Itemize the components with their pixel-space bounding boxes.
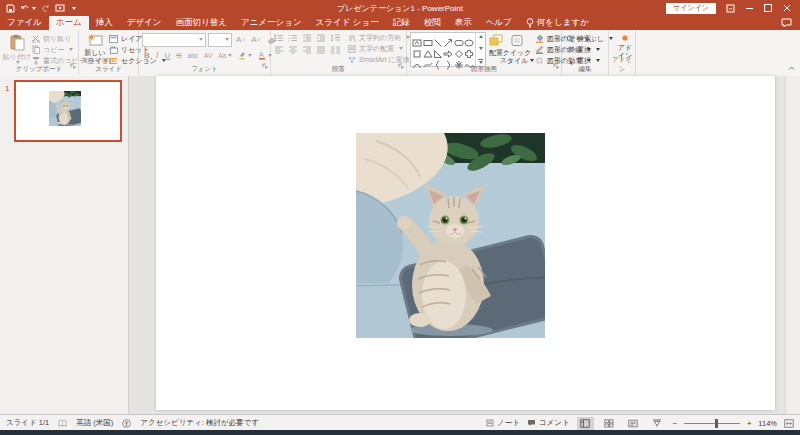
- paste-button[interactable]: 貼り付け: [3, 32, 31, 64]
- arrange-button[interactable]: 配置: [489, 32, 503, 57]
- zoom-slider-thumb[interactable]: [715, 419, 718, 428]
- fit-slide-to-window-icon[interactable]: [784, 419, 794, 428]
- view-slide-sorter-button[interactable]: [601, 417, 618, 430]
- vertical-scrollbar[interactable]: [785, 76, 800, 414]
- tab-view[interactable]: 表示: [448, 16, 479, 30]
- align-center-icon[interactable]: [288, 46, 298, 54]
- gallery-more-icon[interactable]: [478, 59, 483, 64]
- close-button[interactable]: [782, 2, 792, 14]
- columns-icon[interactable]: [330, 46, 341, 54]
- zoom-in-button[interactable]: +: [747, 419, 751, 428]
- justify-icon[interactable]: [316, 46, 326, 54]
- save-icon[interactable]: [6, 4, 15, 13]
- line-spacing-icon[interactable]: [330, 34, 341, 42]
- align-right-icon[interactable]: [302, 46, 312, 54]
- restore-button[interactable]: [763, 2, 773, 14]
- spell-check-icon[interactable]: [58, 419, 67, 428]
- shape-rectangle-icon[interactable]: [423, 34, 433, 44]
- font-size-combo[interactable]: [208, 33, 232, 47]
- shape-scribble-icon[interactable]: [464, 56, 474, 66]
- language-status[interactable]: 英語 (米国): [76, 418, 113, 428]
- strikethrough-button[interactable]: S: [174, 51, 183, 60]
- zoom-out-button[interactable]: −: [673, 419, 677, 428]
- underline-button[interactable]: U: [162, 51, 172, 60]
- minimize-button[interactable]: [744, 2, 754, 14]
- new-slide-button[interactable]: 新しい スライド: [82, 32, 108, 64]
- view-normal-button[interactable]: [577, 417, 594, 430]
- bullets-icon[interactable]: [274, 34, 284, 42]
- slide-editing-area[interactable]: [129, 76, 800, 414]
- tab-file[interactable]: ファイル: [0, 16, 49, 30]
- comments-toggle[interactable]: コメント: [527, 418, 570, 428]
- tab-design[interactable]: デザイン: [120, 16, 169, 30]
- shape-arrow-line-icon[interactable]: [443, 34, 453, 44]
- undo-icon[interactable]: [20, 4, 36, 12]
- tab-insert[interactable]: 挿入: [89, 16, 120, 30]
- shrink-font-button[interactable]: A˅: [249, 35, 262, 44]
- shape-textbox-icon[interactable]: [412, 34, 422, 44]
- tab-home[interactable]: ホーム: [49, 16, 89, 30]
- shape-right-triangle-icon[interactable]: [433, 45, 443, 55]
- ribbon-display-options-icon[interactable]: [725, 2, 735, 14]
- shape-rounded-rectangle-icon[interactable]: [454, 34, 464, 44]
- start-slideshow-icon[interactable]: [55, 4, 65, 13]
- tell-me-box[interactable]: 何をしますか: [519, 16, 596, 30]
- tab-transitions[interactable]: 画面切り替え: [169, 16, 234, 30]
- shape-arrow-right-icon[interactable]: [443, 45, 453, 55]
- numbering-icon[interactable]: [288, 34, 298, 42]
- shape-brace-right-icon[interactable]: [443, 56, 453, 66]
- zoom-level[interactable]: 114%: [758, 419, 777, 428]
- tab-help[interactable]: ヘルプ: [479, 16, 519, 30]
- increase-indent-icon[interactable]: [316, 34, 326, 42]
- scroll-down-icon[interactable]: [479, 47, 483, 50]
- tab-slideshow[interactable]: スライド ショー: [309, 16, 386, 30]
- tab-record[interactable]: 記録: [386, 16, 417, 30]
- decrease-indent-icon[interactable]: [302, 34, 312, 42]
- accessibility-status[interactable]: アクセシビリティ: 検討が必要です: [140, 418, 259, 428]
- redo-icon[interactable]: [41, 4, 50, 13]
- shape-line-icon[interactable]: [433, 34, 443, 44]
- highlight-color-button[interactable]: [236, 51, 254, 60]
- italic-button[interactable]: I: [154, 51, 161, 60]
- addins-button[interactable]: アド イン: [614, 32, 636, 59]
- tab-review[interactable]: 校閲: [417, 16, 448, 30]
- comments-bubble-icon[interactable]: [781, 18, 792, 30]
- shape-curve-icon[interactable]: [423, 56, 433, 66]
- tab-animations[interactable]: アニメーション: [234, 16, 309, 30]
- shape-brace-left-icon[interactable]: [433, 56, 443, 66]
- shape-oval-icon[interactable]: [464, 34, 474, 44]
- character-spacing-button[interactable]: AV: [202, 52, 214, 59]
- shapes-gallery[interactable]: [410, 32, 486, 67]
- align-left-icon[interactable]: [274, 46, 284, 54]
- collapse-ribbon-icon[interactable]: [788, 56, 795, 74]
- text-shadow-button[interactable]: abc: [186, 52, 200, 59]
- find-button[interactable]: 検索: [565, 33, 601, 44]
- view-reading-button[interactable]: [625, 417, 642, 430]
- bold-button[interactable]: B: [142, 51, 152, 60]
- shape-plus-icon[interactable]: [464, 45, 474, 55]
- shape-square-icon[interactable]: [412, 45, 422, 55]
- zoom-slider[interactable]: [684, 423, 740, 424]
- clipboard-dialog-launcher-icon[interactable]: [70, 55, 76, 73]
- cat-photo[interactable]: [356, 133, 545, 338]
- font-name-combo[interactable]: [142, 33, 206, 47]
- notes-toggle[interactable]: ノート: [486, 418, 520, 428]
- font-dialog-launcher-icon[interactable]: [262, 55, 268, 73]
- shapes-gallery-scrollbar[interactable]: [475, 33, 485, 66]
- slide-thumbnail-1[interactable]: [14, 80, 122, 142]
- replace-button[interactable]: 置換: [565, 44, 601, 55]
- shape-arc-icon[interactable]: [412, 56, 422, 66]
- change-case-button[interactable]: Aa: [216, 52, 234, 59]
- shape-diamond-icon[interactable]: [454, 45, 464, 55]
- shape-triangle-icon[interactable]: [423, 45, 433, 55]
- quick-styles-button[interactable]: クイック スタイル: [503, 32, 531, 64]
- sign-in-button[interactable]: サインイン: [666, 3, 716, 14]
- shape-star-icon[interactable]: [454, 56, 464, 66]
- scroll-up-icon[interactable]: [479, 35, 483, 38]
- accessibility-icon[interactable]: [122, 419, 131, 428]
- slide-canvas[interactable]: [156, 76, 775, 410]
- drawing-dialog-launcher-icon[interactable]: [553, 55, 559, 73]
- view-slideshow-button[interactable]: [649, 417, 666, 430]
- grow-font-button[interactable]: A˄: [234, 35, 247, 44]
- qat-customize-icon[interactable]: [70, 7, 76, 10]
